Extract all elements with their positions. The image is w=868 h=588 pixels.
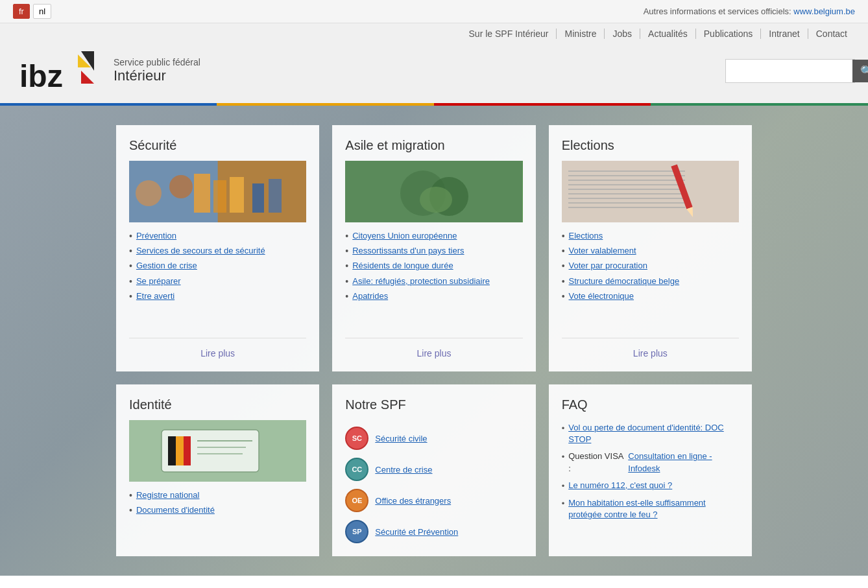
svg-marker-3 [81, 71, 94, 84]
top-cards-grid: Sécurité Prévention [116, 125, 752, 371]
card-asile-links: Citoyens Union européenne Ressortissants… [345, 230, 522, 328]
svg-rect-8 [194, 174, 210, 213]
link-secours[interactable]: Services de secours et de sécurité [136, 245, 265, 257]
svg-rect-25 [568, 202, 685, 204]
svg-rect-24 [568, 198, 685, 199]
link-ressortissants[interactable]: Ressortissants d'un pays tiers [352, 245, 464, 257]
lang-nl-button[interactable]: nl [33, 4, 51, 19]
svg-rect-36 [176, 436, 184, 465]
svg-rect-12 [269, 179, 282, 213]
link-apatrides[interactable]: Apatrides [352, 290, 388, 302]
search-button[interactable]: 🔍 [852, 60, 868, 82]
lire-plus-securite[interactable]: Lire plus [200, 348, 235, 359]
link-structure[interactable]: Structure démocratique belge [569, 276, 680, 287]
card-faq-title: FAQ [562, 397, 739, 412]
hero-section: Sécurité Prévention [0, 106, 868, 576]
lire-plus-asile[interactable]: Lire plus [417, 348, 452, 359]
list-item: Apatrides [345, 290, 522, 302]
nav-jobs[interactable]: Jobs [605, 29, 640, 39]
spf-link-securite-prevention[interactable]: Sécurité et Prévention [375, 527, 458, 537]
search-input[interactable] [726, 60, 852, 81]
link-voter-valablement[interactable]: Voter valablement [569, 245, 636, 257]
official-info: Autres informations et services officiel… [644, 6, 855, 16]
svg-rect-37 [184, 436, 191, 465]
faq-list: Vol ou perte de document d'identité: DOC… [562, 422, 739, 526]
svg-rect-20 [568, 180, 685, 181]
spf-item-oe: OE Office des étrangers [345, 489, 522, 512]
svg-rect-35 [168, 436, 176, 465]
spf-link-securite-civile[interactable]: Sécurité civile [375, 434, 427, 443]
faq-link-112[interactable]: Le numéro 112, c'est quoi ? [568, 480, 672, 491]
card-securite-image [129, 161, 306, 222]
link-averti[interactable]: Etre averti [136, 290, 175, 302]
lire-plus-elections[interactable]: Lire plus [633, 348, 668, 359]
nav-ministre[interactable]: Ministre [557, 29, 605, 39]
list-item: Structure démocratique belge [562, 276, 739, 287]
spf-links-list: SC Sécurité civile CC Centre de crise OE… [345, 427, 522, 543]
list-item: Voter valablement [562, 245, 739, 257]
svg-rect-21 [568, 184, 685, 185]
logo-title: Intérieur [114, 67, 200, 84]
language-switcher: fr nl [13, 4, 51, 19]
svg-rect-17 [562, 161, 739, 222]
link-procuration[interactable]: Voter par procuration [569, 260, 647, 272]
nav-spf[interactable]: Sur le SPF Intérieur [461, 29, 557, 39]
link-preparer[interactable]: Se préparer [136, 276, 181, 287]
card-asile-footer: Lire plus [345, 338, 522, 359]
faq-item: Vol ou perte de document d'identité: DOC… [562, 422, 739, 445]
card-elections-footer: Lire plus [562, 338, 739, 359]
card-identite-links: Registre national Documents d'identité [129, 489, 306, 543]
list-item: Elections [562, 230, 739, 242]
card-securite-title: Sécurité [129, 138, 306, 153]
link-citoyens-ue[interactable]: Citoyens Union européenne [352, 230, 457, 242]
card-securite: Sécurité Prévention [116, 125, 319, 371]
logo-area: ibz Service public fédéral Intérieur [13, 48, 200, 93]
link-residents[interactable]: Résidents de longue durée [352, 260, 453, 272]
link-registre-national[interactable]: Registre national [136, 489, 200, 501]
link-documents-identite[interactable]: Documents d'identité [136, 504, 215, 516]
nav-publications[interactable]: Publications [696, 29, 762, 39]
ibz-logo: ibz [13, 48, 104, 93]
spf-link-centre-crise[interactable]: Centre de crise [375, 465, 432, 475]
link-asile[interactable]: Asile: réfugiés, protection subsidiaire [352, 276, 490, 287]
svg-rect-18 [568, 171, 685, 172]
logo-subtitle: Service public fédéral [114, 57, 200, 67]
search-bar: 🔍 [725, 59, 855, 83]
link-elections[interactable]: Elections [569, 230, 603, 242]
link-prevention[interactable]: Prévention [136, 230, 176, 242]
main-nav: Sur le SPF Intérieur Ministre Jobs Actua… [461, 29, 855, 39]
list-item: Se préparer [129, 276, 306, 287]
spf-link-office-etrangers[interactable]: Office des étrangers [375, 496, 451, 506]
lang-fr-button[interactable]: fr [13, 4, 30, 19]
list-item: Documents d'identité [129, 504, 306, 516]
nav-contact[interactable]: Contact [808, 29, 855, 39]
svg-text:ibz: ibz [19, 59, 63, 93]
link-gestion-crise[interactable]: Gestion de crise [136, 260, 197, 272]
svg-point-7 [169, 175, 193, 198]
list-item: Voter par procuration [562, 260, 739, 272]
link-vote-electronique[interactable]: Vote électronique [569, 290, 634, 302]
faq-text: Question VISA : [568, 451, 624, 474]
nav-intranet[interactable]: Intranet [761, 29, 808, 39]
list-item: Résidents de longue durée [345, 260, 522, 272]
svg-rect-10 [230, 177, 244, 213]
spf-badge-oe: OE [345, 489, 368, 512]
official-info-link[interactable]: www.belgium.be [793, 6, 855, 16]
svg-rect-19 [568, 175, 685, 176]
list-item: Vote électronique [562, 290, 739, 302]
spf-item-cc: CC Centre de crise [345, 458, 522, 481]
svg-point-6 [136, 180, 162, 206]
list-item: Citoyens Union européenne [345, 230, 522, 242]
faq-link-incendie[interactable]: Mon habitation est-elle suffisamment pro… [568, 497, 739, 521]
list-item: Etre averti [129, 290, 306, 302]
nav-actualites[interactable]: Actualités [640, 29, 696, 39]
card-faq: FAQ Vol ou perte de document d'identité:… [549, 384, 752, 556]
card-securite-footer: Lire plus [129, 338, 306, 359]
card-identite-title: Identité [129, 397, 306, 412]
faq-link-doc-stop[interactable]: Vol ou perte de document d'identité: DOC… [568, 422, 739, 445]
faq-link-consultation[interactable]: Consultation en ligne - Infodesk [628, 451, 739, 474]
svg-rect-22 [568, 189, 685, 190]
faq-item: Mon habitation est-elle suffisamment pro… [562, 497, 739, 521]
list-item: Services de secours et de sécurité [129, 245, 306, 257]
list-item: Gestion de crise [129, 260, 306, 272]
